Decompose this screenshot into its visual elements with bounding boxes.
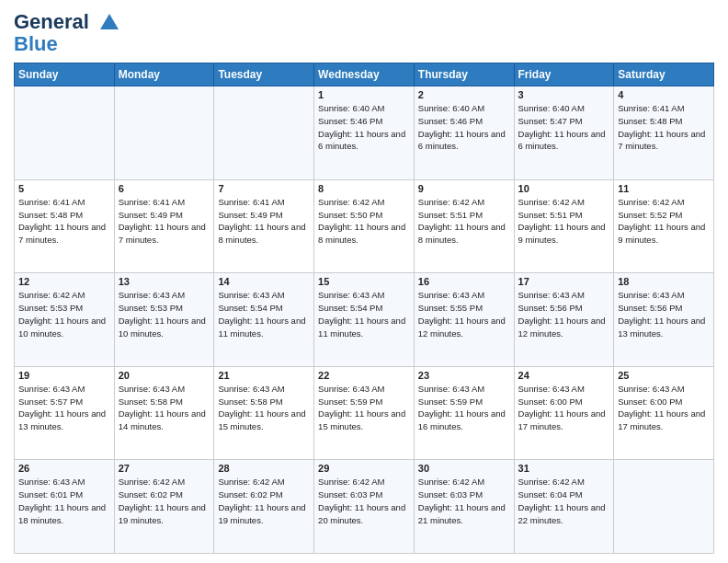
day-info: Sunrise: 6:43 AM Sunset: 5:59 PM Dayligh… [418, 383, 510, 433]
day-number: 3 [518, 89, 610, 100]
col-header-tuesday: Tuesday [214, 63, 314, 86]
day-cell [15, 86, 115, 180]
logo-blue-icon [89, 10, 124, 33]
day-cell: 28Sunrise: 6:42 AM Sunset: 6:02 PM Dayli… [214, 460, 314, 554]
day-number: 26 [18, 463, 110, 474]
day-info: Sunrise: 6:43 AM Sunset: 5:57 PM Dayligh… [18, 383, 110, 433]
day-info: Sunrise: 6:40 AM Sunset: 5:46 PM Dayligh… [418, 102, 510, 153]
day-info: Sunrise: 6:41 AM Sunset: 5:49 PM Dayligh… [218, 196, 310, 247]
day-number: 29 [318, 463, 410, 474]
day-cell: 26Sunrise: 6:43 AM Sunset: 6:01 PM Dayli… [15, 460, 115, 554]
day-number: 10 [518, 183, 610, 194]
day-cell: 12Sunrise: 6:42 AM Sunset: 5:53 PM Dayli… [15, 273, 115, 367]
day-number: 7 [218, 183, 310, 194]
header: General Blue [14, 9, 714, 55]
day-cell: 21Sunrise: 6:43 AM Sunset: 5:58 PM Dayli… [214, 366, 314, 460]
day-info: Sunrise: 6:40 AM Sunset: 5:47 PM Dayligh… [518, 102, 610, 153]
col-header-monday: Monday [114, 63, 214, 86]
day-info: Sunrise: 6:42 AM Sunset: 5:51 PM Dayligh… [518, 196, 610, 247]
header-row: SundayMondayTuesdayWednesdayThursdayFrid… [15, 63, 714, 86]
day-cell [614, 460, 714, 554]
day-number: 1 [318, 89, 410, 100]
day-cell: 5Sunrise: 6:41 AM Sunset: 5:48 PM Daylig… [15, 179, 115, 273]
day-info: Sunrise: 6:43 AM Sunset: 5:59 PM Dayligh… [318, 383, 410, 433]
day-cell: 9Sunrise: 6:42 AM Sunset: 5:51 PM Daylig… [414, 179, 514, 273]
day-number: 14 [218, 276, 310, 287]
week-row-3: 12Sunrise: 6:42 AM Sunset: 5:53 PM Dayli… [15, 273, 714, 367]
day-cell: 31Sunrise: 6:42 AM Sunset: 6:04 PM Dayli… [514, 460, 614, 554]
day-cell: 1Sunrise: 6:40 AM Sunset: 5:46 PM Daylig… [314, 86, 415, 180]
svg-marker-0 [100, 14, 119, 29]
day-cell: 11Sunrise: 6:42 AM Sunset: 5:52 PM Dayli… [614, 179, 714, 273]
day-number: 9 [418, 183, 510, 194]
day-number: 4 [618, 89, 710, 100]
week-row-2: 5Sunrise: 6:41 AM Sunset: 5:48 PM Daylig… [15, 179, 714, 273]
day-cell: 6Sunrise: 6:41 AM Sunset: 5:49 PM Daylig… [114, 179, 214, 273]
day-info: Sunrise: 6:42 AM Sunset: 6:02 PM Dayligh… [218, 476, 310, 526]
day-info: Sunrise: 6:43 AM Sunset: 6:01 PM Dayligh… [18, 476, 110, 526]
day-cell: 2Sunrise: 6:40 AM Sunset: 5:46 PM Daylig… [414, 86, 514, 180]
day-number: 27 [119, 463, 210, 474]
page: General Blue SundayMondayTuesdayWednesda… [0, 0, 728, 563]
day-info: Sunrise: 6:43 AM Sunset: 5:54 PM Dayligh… [318, 289, 410, 339]
col-header-wednesday: Wednesday [314, 63, 415, 86]
day-number: 31 [518, 463, 610, 474]
day-number: 11 [618, 183, 710, 194]
week-row-1: 1Sunrise: 6:40 AM Sunset: 5:46 PM Daylig… [15, 86, 714, 180]
day-number: 24 [518, 370, 610, 381]
day-cell [114, 86, 214, 180]
day-info: Sunrise: 6:42 AM Sunset: 5:53 PM Dayligh… [18, 289, 110, 339]
day-cell: 17Sunrise: 6:43 AM Sunset: 5:56 PM Dayli… [514, 273, 614, 367]
day-number: 15 [318, 276, 410, 287]
day-cell: 4Sunrise: 6:41 AM Sunset: 5:48 PM Daylig… [614, 86, 714, 180]
day-info: Sunrise: 6:43 AM Sunset: 5:54 PM Dayligh… [218, 289, 310, 339]
day-cell: 24Sunrise: 6:43 AM Sunset: 6:00 PM Dayli… [514, 366, 614, 460]
day-info: Sunrise: 6:43 AM Sunset: 5:58 PM Dayligh… [218, 383, 310, 433]
week-row-5: 26Sunrise: 6:43 AM Sunset: 6:01 PM Dayli… [15, 460, 714, 554]
day-cell: 14Sunrise: 6:43 AM Sunset: 5:54 PM Dayli… [214, 273, 314, 367]
col-header-sunday: Sunday [15, 63, 115, 86]
day-cell: 10Sunrise: 6:42 AM Sunset: 5:51 PM Dayli… [514, 179, 614, 273]
day-info: Sunrise: 6:42 AM Sunset: 5:50 PM Dayligh… [318, 196, 410, 247]
day-cell: 29Sunrise: 6:42 AM Sunset: 6:03 PM Dayli… [314, 460, 415, 554]
week-row-4: 19Sunrise: 6:43 AM Sunset: 5:57 PM Dayli… [15, 366, 714, 460]
day-cell: 19Sunrise: 6:43 AM Sunset: 5:57 PM Dayli… [15, 366, 115, 460]
day-info: Sunrise: 6:43 AM Sunset: 5:53 PM Dayligh… [119, 289, 210, 339]
day-number: 20 [119, 370, 210, 381]
day-info: Sunrise: 6:41 AM Sunset: 5:49 PM Dayligh… [119, 196, 210, 247]
col-header-saturday: Saturday [614, 63, 714, 86]
day-cell: 8Sunrise: 6:42 AM Sunset: 5:50 PM Daylig… [314, 179, 415, 273]
day-info: Sunrise: 6:43 AM Sunset: 6:00 PM Dayligh… [518, 383, 610, 433]
logo-general: General [14, 10, 89, 33]
day-number: 22 [318, 370, 410, 381]
day-cell: 15Sunrise: 6:43 AM Sunset: 5:54 PM Dayli… [314, 273, 415, 367]
day-info: Sunrise: 6:43 AM Sunset: 5:56 PM Dayligh… [518, 289, 610, 339]
day-cell: 18Sunrise: 6:43 AM Sunset: 5:56 PM Dayli… [614, 273, 714, 367]
day-number: 28 [218, 463, 310, 474]
day-number: 18 [618, 276, 710, 287]
day-cell: 7Sunrise: 6:41 AM Sunset: 5:49 PM Daylig… [214, 179, 314, 273]
day-info: Sunrise: 6:42 AM Sunset: 6:02 PM Dayligh… [119, 476, 210, 526]
day-number: 25 [618, 370, 710, 381]
col-header-thursday: Thursday [414, 63, 514, 86]
col-header-friday: Friday [514, 63, 614, 86]
day-cell: 22Sunrise: 6:43 AM Sunset: 5:59 PM Dayli… [314, 366, 415, 460]
day-cell: 3Sunrise: 6:40 AM Sunset: 5:47 PM Daylig… [514, 86, 614, 180]
day-number: 30 [418, 463, 510, 474]
day-cell: 16Sunrise: 6:43 AM Sunset: 5:55 PM Dayli… [414, 273, 514, 367]
day-cell: 25Sunrise: 6:43 AM Sunset: 6:00 PM Dayli… [614, 366, 714, 460]
day-info: Sunrise: 6:43 AM Sunset: 6:00 PM Dayligh… [618, 383, 710, 433]
day-number: 12 [18, 276, 110, 287]
day-info: Sunrise: 6:40 AM Sunset: 5:46 PM Dayligh… [318, 102, 410, 153]
day-number: 13 [119, 276, 210, 287]
day-info: Sunrise: 6:43 AM Sunset: 5:55 PM Dayligh… [418, 289, 510, 339]
day-cell: 27Sunrise: 6:42 AM Sunset: 6:02 PM Dayli… [114, 460, 214, 554]
day-number: 5 [18, 183, 110, 194]
day-info: Sunrise: 6:43 AM Sunset: 5:58 PM Dayligh… [119, 383, 210, 433]
day-number: 19 [18, 370, 110, 381]
day-info: Sunrise: 6:43 AM Sunset: 5:56 PM Dayligh… [618, 289, 710, 339]
day-info: Sunrise: 6:41 AM Sunset: 5:48 PM Dayligh… [618, 102, 710, 153]
day-number: 16 [418, 276, 510, 287]
day-cell: 23Sunrise: 6:43 AM Sunset: 5:59 PM Dayli… [414, 366, 514, 460]
day-cell: 30Sunrise: 6:42 AM Sunset: 6:03 PM Dayli… [414, 460, 514, 554]
